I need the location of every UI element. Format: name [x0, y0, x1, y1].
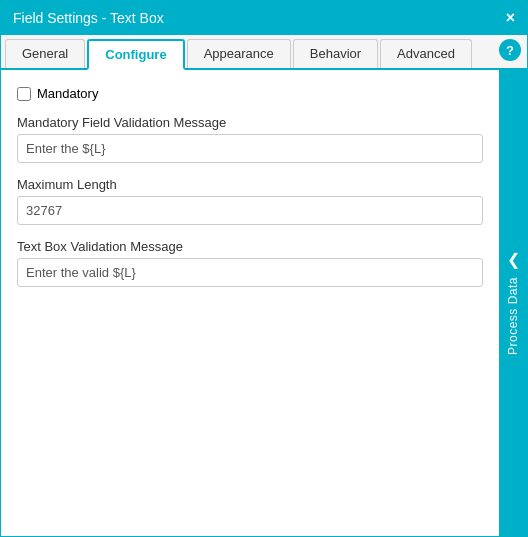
- tabs-bar: General Configure Appearance Behavior Ad…: [1, 35, 527, 70]
- max-length-label: Maximum Length: [17, 177, 483, 192]
- title-bar: Field Settings - Text Box ×: [1, 1, 527, 35]
- mandatory-checkbox[interactable]: [17, 87, 31, 101]
- tab-general[interactable]: General: [5, 39, 85, 68]
- process-data-panel[interactable]: ❮ Process Data: [499, 70, 527, 536]
- tab-configure[interactable]: Configure: [87, 39, 184, 70]
- main-content: Mandatory Mandatory Field Validation Mes…: [1, 70, 499, 536]
- tab-behavior[interactable]: Behavior: [293, 39, 378, 68]
- field-settings-dialog: Field Settings - Text Box × ? General Co…: [0, 0, 528, 537]
- max-length-group: Maximum Length: [17, 177, 483, 225]
- help-icon[interactable]: ?: [499, 39, 521, 61]
- side-tab-container: ❮ Process Data: [499, 70, 527, 536]
- tab-appearance[interactable]: Appearance: [187, 39, 291, 68]
- textbox-validation-input[interactable]: [17, 258, 483, 287]
- close-button[interactable]: ×: [506, 10, 515, 26]
- content-area: Mandatory Mandatory Field Validation Mes…: [1, 70, 527, 536]
- tab-advanced[interactable]: Advanced: [380, 39, 472, 68]
- textbox-validation-group: Text Box Validation Message: [17, 239, 483, 287]
- validation-message-label: Mandatory Field Validation Message: [17, 115, 483, 130]
- process-data-label: Process Data: [506, 277, 520, 355]
- validation-message-input[interactable]: [17, 134, 483, 163]
- mandatory-label: Mandatory: [37, 86, 98, 101]
- validation-message-group: Mandatory Field Validation Message: [17, 115, 483, 163]
- textbox-validation-label: Text Box Validation Message: [17, 239, 483, 254]
- mandatory-row: Mandatory: [17, 86, 483, 101]
- dialog-title: Field Settings - Text Box: [13, 10, 164, 26]
- chevron-left-icon: ❮: [507, 250, 520, 269]
- max-length-input[interactable]: [17, 196, 483, 225]
